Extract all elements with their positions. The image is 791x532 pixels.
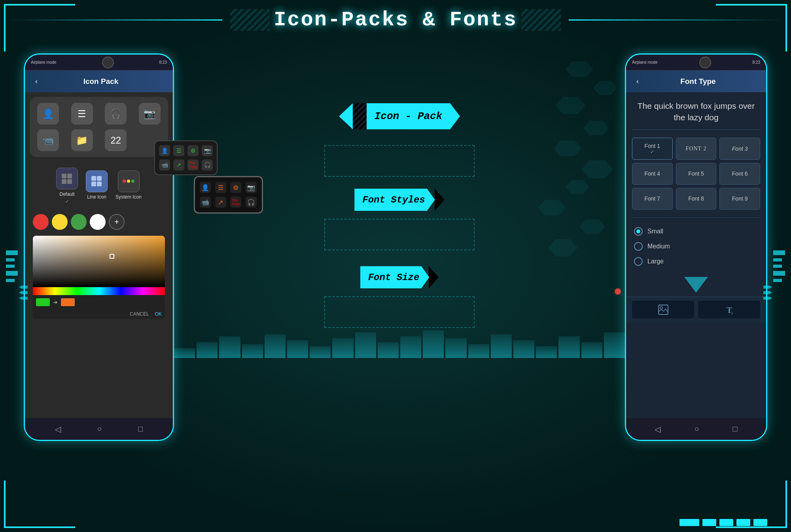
fp-green-icon-6: ↗ (173, 159, 184, 170)
font-icon: T i (724, 304, 735, 315)
fp-orange-icon-7: YouTube (230, 197, 241, 208)
icon-option-default[interactable]: Default ✓ (56, 168, 78, 204)
title-line-right (569, 19, 783, 21)
swatch-red[interactable] (33, 214, 49, 230)
radio-medium[interactable]: Medium (634, 239, 758, 254)
fp-green-icon-1: 👤 (159, 145, 170, 156)
bottom-icon-font[interactable]: T i (698, 301, 760, 318)
icon-grid: 👤 ☰ 🎧 📷 📹 📁 22 (34, 103, 164, 151)
font-cell-6[interactable]: Font 6 (719, 163, 760, 185)
floating-panel-orange: 👤 ☰ ⚙ 📷 📹 ↗ YouTube 🎧 (194, 176, 263, 214)
icon-option-default-check: ✓ (65, 199, 69, 204)
indicator-1 (679, 519, 699, 526)
font-cell-7[interactable]: Font 7 (632, 188, 673, 210)
radio-large[interactable]: Large (634, 254, 758, 269)
font-cell-8[interactable]: Font 8 (676, 188, 717, 210)
radio-medium-label: Medium (647, 243, 670, 250)
icon-pack-options: Default ✓ Line Icon (25, 162, 173, 210)
radio-medium-circle (634, 242, 643, 251)
font-cell-3[interactable]: Font 3 (719, 138, 760, 160)
left-nav-back[interactable]: ◁ (55, 424, 61, 434)
fp-orange-icon-2: ☰ (215, 182, 226, 193)
icon-video: 📹 (37, 129, 59, 151)
swatch-yellow[interactable] (52, 214, 68, 230)
right-arrow-decorations (763, 286, 772, 300)
right-phone-camera (699, 57, 711, 68)
icon-pack-label-body: Icon - Pack (353, 103, 450, 129)
eq-bar-2 (197, 342, 218, 358)
eq-bar-18 (558, 336, 579, 358)
swatch-green[interactable] (71, 214, 87, 230)
bottom-indicators (679, 519, 767, 526)
ok-button[interactable]: OK (155, 311, 162, 317)
font-preview-text: The quick brown fox jumps over the lazy … (626, 92, 766, 127)
cancel-button[interactable]: CANCEL (130, 311, 149, 317)
eq-bar-6 (287, 340, 308, 358)
font-1-label: Font 1 (644, 143, 660, 149)
icon-option-system[interactable]: System Icon (115, 170, 142, 202)
right-back-button[interactable]: ‹ (632, 76, 643, 87)
icon-calendar: 22 (105, 129, 127, 151)
left-phone-camera (102, 57, 114, 68)
color-picker[interactable]: ➜ CANCEL OK (33, 236, 165, 319)
left-arrow-2 (19, 291, 28, 294)
color-gradient[interactable] (33, 236, 165, 287)
left-arrow-1 (19, 286, 28, 289)
left-phone-body: 👤 ☰ 🎧 📷 📹 📁 22 (25, 92, 173, 418)
font-styles-label-body: Font Styles (354, 189, 435, 211)
radio-large-circle (634, 257, 643, 266)
font-6-label: Font 6 (732, 170, 748, 177)
eq-bar-20 (604, 332, 625, 358)
font-cell-5[interactable]: Font 5 (676, 163, 717, 185)
side-decoration-left (6, 250, 18, 282)
right-phone-statusbar: Airplane mode 8:23 (626, 55, 766, 70)
left-nav-recents[interactable]: □ (138, 424, 143, 434)
swatch-white[interactable] (90, 214, 106, 230)
fp-green-icon-8: 🎧 (202, 159, 213, 170)
icon-grid-container: 👤 ☰ 🎧 📷 📹 📁 22 (30, 97, 168, 157)
bottom-icon-image[interactable] (632, 301, 694, 318)
right-arrow-1 (763, 286, 772, 289)
right-status-right: 8:23 (753, 60, 760, 64)
icon-option-default-label: Default (59, 191, 74, 197)
color-swatches: + (25, 210, 173, 234)
fp-green-icon-7: YouTube (187, 159, 199, 170)
eq-bar-17 (536, 346, 557, 358)
equalizer-bars (174, 326, 625, 358)
right-phone-navbar: ◁ ○ □ (626, 418, 766, 440)
font-cell-1[interactable]: Font 1 ✓ (632, 138, 673, 160)
eq-bar-10 (378, 342, 399, 358)
right-phone-action-bar: T i (626, 297, 766, 322)
right-phone-header: ‹ Font Type (626, 70, 766, 92)
font-4-label: Font 4 (644, 170, 660, 177)
title-stripe-left (230, 9, 270, 31)
side-decoration-right (773, 250, 785, 282)
radio-small[interactable]: Small (634, 224, 758, 239)
left-phone-header: ‹ Icon Pack (25, 70, 173, 92)
eq-bar-9 (355, 332, 376, 358)
font-cell-2[interactable]: FONT 2 (676, 138, 717, 160)
icon-pack-annotation: Icon - Pack (339, 103, 460, 129)
left-nav-home[interactable]: ○ (97, 424, 102, 434)
font-7-label: Font 7 (644, 195, 660, 202)
icon-option-line[interactable]: Line Icon (86, 170, 108, 202)
right-nav-recents[interactable]: □ (732, 424, 737, 434)
eq-bar-1 (174, 348, 195, 358)
font-cell-9[interactable]: Font 9 (719, 188, 760, 210)
indicator-2 (702, 519, 716, 526)
icon-headphones: 🎧 (105, 103, 127, 125)
font-cell-4[interactable]: Font 4 (632, 163, 673, 185)
icon-option-line-label: Line Icon (87, 194, 106, 200)
color-spectrum[interactable] (33, 287, 165, 295)
right-nav-home[interactable]: ○ (694, 424, 699, 434)
right-status-left: Airplane mode (632, 60, 657, 64)
triangle-pointer (626, 277, 766, 293)
fp-green-icon-2: ☰ (173, 145, 184, 156)
right-nav-back[interactable]: ◁ (655, 424, 660, 434)
left-back-button[interactable]: ‹ (31, 76, 42, 87)
indicator-5 (753, 519, 767, 526)
swatch-add-button[interactable]: + (109, 214, 125, 230)
font-grid: Font 1 ✓ FONT 2 Font 3 Font 4 Font 5 Fon… (626, 132, 766, 216)
title-line-left (8, 19, 222, 21)
left-phone-statusbar: Airplane mode 8:23 (25, 55, 173, 70)
